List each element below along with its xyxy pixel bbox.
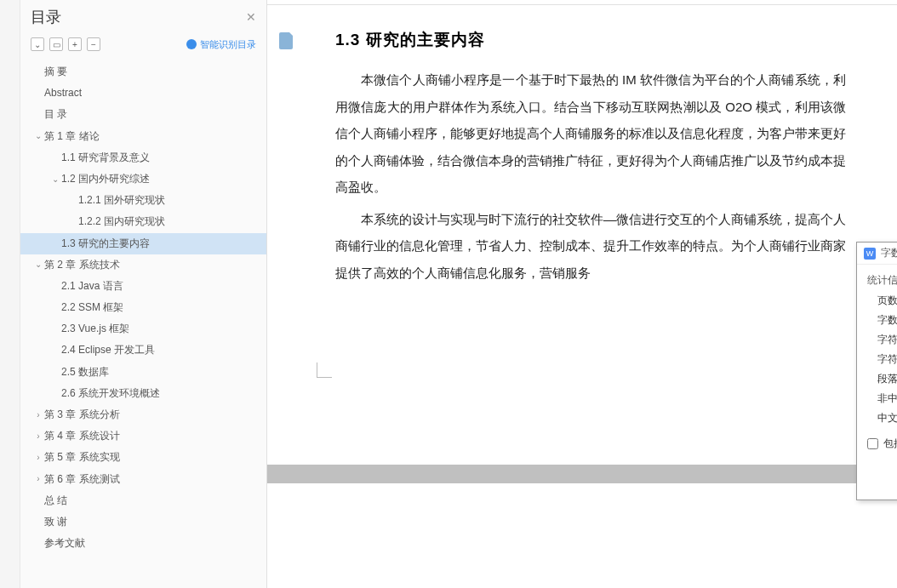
toc-item[interactable]: ⌄第 1 章 绪论 <box>20 126 266 147</box>
toc-item-label: 第 2 章 系统技术 <box>44 257 120 273</box>
toc-item[interactable]: 致 谢 <box>20 511 266 533</box>
toc-item-label: 2.4 Eclipse 开发工具 <box>61 342 155 358</box>
toc-item-label: 2.3 Vue.js 框架 <box>61 321 129 337</box>
page-thumbnail-icon[interactable] <box>279 32 294 49</box>
toc-item[interactable]: 2.1 Java 语言 <box>20 276 266 297</box>
smart-toc-link[interactable]: 智能识别目录 <box>186 38 256 51</box>
toc-item[interactable]: ›第 5 章 系统实现 <box>20 447 266 468</box>
toc-item[interactable]: 目 录 <box>20 104 266 125</box>
stats-list: 页数46字数16265字符数(不计空格)19957字符数(计空格)20759段落… <box>867 291 897 428</box>
toc-item-label: 1.1 研究背景及意义 <box>61 150 150 166</box>
sidebar-toolbar: ⌄ ▭ + − 智能识别目录 <box>20 34 266 58</box>
include-footnotes-checkbox[interactable]: 包括文本框、脚注和尾注(F) <box>867 428 897 456</box>
expand-all-icon[interactable]: ⌄ <box>31 37 44 51</box>
toc-item-label: 总 结 <box>44 493 67 509</box>
stat-label: 字符数(计空格) <box>877 352 897 367</box>
toc-item[interactable]: ›第 3 章 系统分析 <box>20 404 266 425</box>
toc-item-label: 第 6 章 系统测试 <box>44 471 120 488</box>
toc-item[interactable]: 2.6 系统开发环境概述 <box>20 383 266 404</box>
stat-row: 页数46 <box>867 291 897 311</box>
toc-item[interactable]: 参考文献 <box>20 533 266 554</box>
sidebar-header: 目录 ✕ <box>20 0 266 34</box>
document-page: 1.3 研究的主要内容 本微信个人商铺小程序是一个基于时下最热的 IM 软件微信… <box>318 5 863 286</box>
toc-item-label: 1.3 研究的主要内容 <box>61 236 150 252</box>
collapse-all-icon[interactable]: ▭ <box>49 37 63 51</box>
chevron-right-icon[interactable]: › <box>32 408 44 422</box>
stat-label: 页数 <box>877 294 897 308</box>
stat-label: 非中文单词 <box>877 391 897 406</box>
checkbox-label: 包括文本框、脚注和尾注(F) <box>883 437 897 451</box>
toc-item[interactable]: ⌄1.2 国内外研究综述 <box>20 168 266 190</box>
toc-item-label: 致 谢 <box>44 514 67 530</box>
stat-row: 中文字符15171 <box>867 408 897 428</box>
toc-item[interactable]: 总 结 <box>20 490 266 511</box>
toc-item-label: 目 录 <box>44 106 67 123</box>
toc-item-label: 2.5 数据库 <box>61 364 109 380</box>
page-margin-marker <box>317 363 332 378</box>
document-area: 1.3 研究的主要内容 本微信个人商铺小程序是一个基于时下最热的 IM 软件微信… <box>267 0 897 588</box>
toc-item[interactable]: 1.2.2 国内研究现状 <box>20 211 266 232</box>
chevron-right-icon[interactable]: › <box>32 430 44 443</box>
chevron-down-icon[interactable]: ⌄ <box>32 258 44 271</box>
chevron-right-icon[interactable]: › <box>32 472 44 486</box>
toc-item-label: 2.6 系统开发环境概述 <box>61 385 160 402</box>
toc-sidebar: 目录 ✕ ⌄ ▭ + − 智能识别目录 摘 要Abstract目 录⌄第 1 章… <box>20 0 267 588</box>
dot-icon <box>186 39 197 49</box>
toc-item[interactable]: Abstract <box>20 83 266 104</box>
toc-item[interactable]: 1.1 研究背景及意义 <box>20 147 266 168</box>
toc-item-label: 1.2.2 国内研究现状 <box>78 214 165 230</box>
toc-item[interactable]: ⌄第 2 章 系统技术 <box>20 254 266 276</box>
toc-item-label: 1.2 国内外研究综述 <box>61 171 150 187</box>
stat-label: 段落数 <box>877 372 897 386</box>
close-icon[interactable]: ✕ <box>246 10 256 24</box>
stat-row: 字符数(不计空格)19957 <box>867 330 897 350</box>
chevron-down-icon[interactable]: ⌄ <box>32 129 44 143</box>
toc-item[interactable]: 2.2 SSM 框架 <box>20 297 266 318</box>
toc-item-label: 2.1 Java 语言 <box>61 278 123 294</box>
smart-toc-label: 智能识别目录 <box>200 38 256 51</box>
toc-item[interactable]: 摘 要 <box>20 61 266 83</box>
page-gap <box>267 465 897 483</box>
toc-item[interactable]: 2.5 数据库 <box>20 362 266 383</box>
toc-item-label: 1.2.1 国外研究现状 <box>78 192 165 208</box>
toc-item-label: 第 5 章 系统实现 <box>44 449 120 465</box>
sidebar-rail <box>0 0 20 588</box>
dialog-titlebar[interactable]: W 字数统计 ✕ <box>857 243 897 265</box>
stat-label: 中文字符 <box>877 411 897 425</box>
stat-label: 字符数(不计空格) <box>877 333 897 347</box>
zoom-out-icon[interactable]: − <box>87 37 100 51</box>
toc-item[interactable]: 2.4 Eclipse 开发工具 <box>20 340 266 361</box>
toc-item-label: 第 4 章 系统设计 <box>44 428 120 444</box>
section-heading: 1.3 研究的主要内容 <box>335 29 846 51</box>
toc-item[interactable]: 1.2.1 国外研究现状 <box>20 190 266 211</box>
stat-row: 字数16265 <box>867 311 897 330</box>
toc-item[interactable]: ›第 4 章 系统设计 <box>20 425 266 447</box>
checkbox-input[interactable] <box>867 438 878 449</box>
sidebar-title: 目录 <box>31 7 61 27</box>
toc-item[interactable]: ›第 6 章 系统测试 <box>20 469 266 490</box>
stat-row: 字符数(计空格)20759 <box>867 350 897 369</box>
toc-item-label: 参考文献 <box>44 535 85 551</box>
toc-item[interactable]: 1.3 研究的主要内容 <box>20 233 266 254</box>
toc-item-label: 2.2 SSM 框架 <box>61 300 123 316</box>
chevron-right-icon[interactable]: › <box>32 451 44 465</box>
stat-row: 非中文单词1094 <box>867 389 897 408</box>
chevron-down-icon[interactable]: ⌄ <box>49 173 61 186</box>
stat-row: 段落数606 <box>867 369 897 389</box>
zoom-in-icon[interactable]: + <box>68 37 82 51</box>
stat-label: 字数 <box>877 313 897 328</box>
toc-item-label: 第 1 章 绪论 <box>44 128 100 145</box>
toc-item-label: 摘 要 <box>44 64 67 80</box>
stats-group-label: 统计信息 <box>867 273 897 288</box>
toc-item[interactable]: 2.3 Vue.js 框架 <box>20 318 266 340</box>
word-count-dialog: W 字数统计 ✕ 统计信息 页数46字数16265字符数(不计空格)19957字… <box>856 242 897 500</box>
toc-item-label: 第 3 章 系统分析 <box>44 407 120 423</box>
toc-list: 摘 要Abstract目 录⌄第 1 章 绪论1.1 研究背景及意义⌄1.2 国… <box>20 58 266 588</box>
paragraph: 本系统的设计与实现与时下流行的社交软件—微信进行交互的个人商铺系统，提高个人商铺… <box>335 206 846 287</box>
dialog-title: 字数统计 <box>881 246 897 260</box>
paragraph: 本微信个人商铺小程序是一个基于时下最热的 IM 软件微信为平台的个人商铺系统，利… <box>335 66 846 201</box>
toc-item-label: Abstract <box>44 85 82 101</box>
app-logo-icon: W <box>864 248 876 260</box>
